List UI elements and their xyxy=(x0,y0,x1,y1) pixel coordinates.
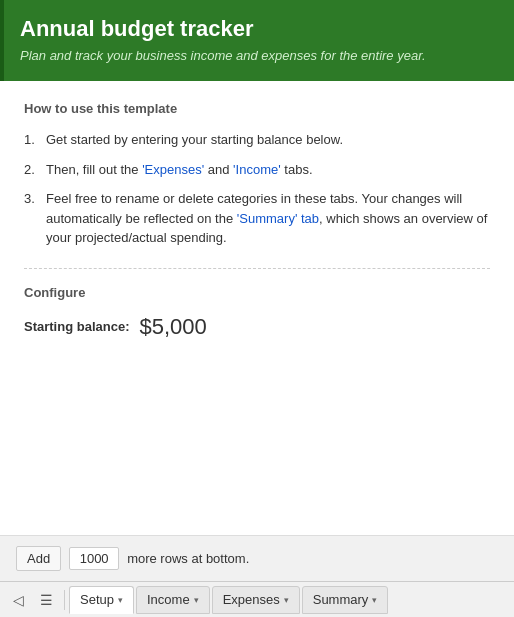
nav-left-icon[interactable]: ◁ xyxy=(4,586,32,614)
step-2-text: Then, fill out the 'Expenses' and 'Incom… xyxy=(46,160,313,180)
rows-suffix-label: more rows at bottom. xyxy=(127,551,249,566)
main-content: How to use this template Get started by … xyxy=(0,81,514,535)
step-3-text: Feel free to rename or delete categories… xyxy=(46,189,490,248)
rows-count-input[interactable] xyxy=(69,547,119,570)
balance-value: $5,000 xyxy=(139,314,206,340)
tab-setup-dropdown-icon: ▾ xyxy=(118,595,123,605)
page-subtitle: Plan and track your business income and … xyxy=(20,48,494,63)
step-1-text: Get started by entering your starting ba… xyxy=(46,130,343,150)
tab-bar: ◁ ☰ Setup ▾ Income ▾ Expenses ▾ Summary … xyxy=(0,581,514,617)
configure-section: Configure Starting balance: $5,000 xyxy=(24,285,490,340)
tab-bar-divider xyxy=(64,590,65,610)
tab-summary-dropdown-icon: ▾ xyxy=(372,595,377,605)
tab-income-dropdown-icon: ▾ xyxy=(194,595,199,605)
balance-row: Starting balance: $5,000 xyxy=(24,314,490,340)
tab-setup[interactable]: Setup ▾ xyxy=(69,586,134,614)
list-item: Feel free to rename or delete categories… xyxy=(24,189,490,248)
balance-label: Starting balance: xyxy=(24,319,129,334)
add-rows-button[interactable]: Add xyxy=(16,546,61,571)
tab-expenses[interactable]: Expenses ▾ xyxy=(212,586,300,614)
tab-income-label: Income xyxy=(147,592,190,607)
section-divider xyxy=(24,268,490,269)
add-rows-toolbar: Add more rows at bottom. xyxy=(0,535,514,581)
configure-heading: Configure xyxy=(24,285,490,300)
page-title: Annual budget tracker xyxy=(20,16,494,42)
header: Annual budget tracker Plan and track you… xyxy=(0,0,514,81)
tab-income[interactable]: Income ▾ xyxy=(136,586,210,614)
list-item: Get started by entering your starting ba… xyxy=(24,130,490,150)
list-item: Then, fill out the 'Expenses' and 'Incom… xyxy=(24,160,490,180)
tab-summary-label: Summary xyxy=(313,592,369,607)
tab-setup-label: Setup xyxy=(80,592,114,607)
tab-expenses-label: Expenses xyxy=(223,592,280,607)
tab-expenses-dropdown-icon: ▾ xyxy=(284,595,289,605)
instructions-heading: How to use this template xyxy=(24,101,490,116)
tab-summary[interactable]: Summary ▾ xyxy=(302,586,389,614)
menu-lines-icon[interactable]: ☰ xyxy=(32,586,60,614)
instructions-list: Get started by entering your starting ba… xyxy=(24,130,490,248)
